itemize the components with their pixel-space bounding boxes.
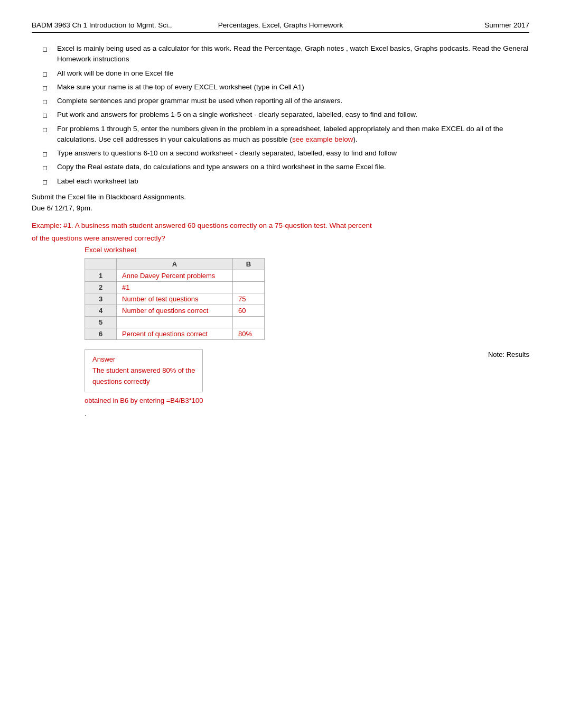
row-num-2: 2 [85, 282, 117, 293]
bullet-text-8: Copy the Real estate data, do calculatio… [57, 162, 386, 172]
spreadsheet-row-6: 6Percent of questions correct80% [85, 328, 265, 340]
cell-a-4: Number of questions correct [117, 305, 233, 317]
bullet-icon-9: ◻ [42, 177, 53, 187]
col-a-header: A [117, 259, 233, 270]
bullet-text-2: All work will be done in one Excel file [57, 68, 174, 79]
header-right: Summer 2017 [363, 21, 529, 29]
bullet-icon-1: ◻ [42, 44, 53, 54]
bullet-item-5: ◻Put work and answers for problems 1-5 o… [42, 109, 529, 120]
answer-line1: Answer [92, 354, 195, 365]
due-line: Due 6/ 12/17, 9pm. [32, 204, 529, 212]
excel-label: Excel worksheet [85, 246, 529, 254]
lower-section: Answer The student answered 80% of the q… [32, 345, 529, 392]
spreadsheet-row-5: 5 [85, 317, 265, 328]
cell-a-3: Number of test questions [117, 293, 233, 305]
cell-b-3: 75 [233, 293, 265, 305]
bullet-icon-8: ◻ [42, 163, 53, 172]
bullet-text-1: Excel is mainly being used as a calculat… [57, 43, 529, 65]
bullet-icon-5: ◻ [42, 110, 53, 120]
bullet-item-2: ◻All work will be done in one Excel file [42, 68, 529, 79]
bullet-text-6: For problems 1 through 5, enter the numb… [57, 124, 529, 145]
spreadsheet-row-4: 4Number of questions correct60 [85, 305, 265, 317]
bullet-item-6: ◻For problems 1 through 5, enter the num… [42, 124, 529, 145]
cell-b-2 [233, 282, 265, 293]
answer-line3: questions correctly [92, 376, 195, 388]
header-left: BADM 3963 Ch 1 Introduction to Mgmt. Sci… [32, 21, 198, 29]
example-text-line2: of the questions were answered correctly… [32, 233, 529, 244]
col-b-header: B [233, 259, 265, 270]
row-num-6: 6 [85, 328, 117, 340]
bullet-icon-6: ◻ [42, 125, 53, 134]
cell-a-6: Percent of questions correct [117, 328, 233, 340]
bullet-text-5: Put work and answers for problems 1-5 on… [57, 109, 417, 120]
dot-line: . [85, 410, 529, 418]
example-text-line1: Example: #1. A business math student ans… [32, 220, 529, 231]
spreadsheet-row-3: 3Number of test questions75 [85, 293, 265, 305]
row-num-3: 3 [85, 293, 117, 305]
spreadsheet-table: A B 1Anne Davey Percent problems2#13Numb… [85, 258, 265, 340]
bullet-icon-4: ◻ [42, 97, 53, 106]
formula-line: obtained in B6 by entering =B4/B3*100 [85, 397, 529, 404]
row-num-5: 5 [85, 317, 117, 328]
bullet-item-8: ◻Copy the Real estate data, do calculati… [42, 162, 529, 172]
bullet-item-9: ◻Label each worksheet tab [42, 176, 529, 187]
cell-b-6: 80% [233, 328, 265, 340]
spreadsheet-row-2: 2#1 [85, 282, 265, 293]
bullet-item-3: ◻Make sure your name is at the top of ev… [42, 82, 529, 93]
header-center: Percentages, Excel, Graphs Homework [198, 21, 363, 29]
cell-a-2: #1 [117, 282, 233, 293]
spreadsheet-row-1: 1Anne Davey Percent problems [85, 270, 265, 282]
note-results: Note: Results [488, 351, 529, 358]
bullet-icon-2: ◻ [42, 69, 53, 79]
bullet-text-7: Type answers to questions 6-10 on a seco… [57, 148, 397, 159]
row-num-1: 1 [85, 270, 117, 282]
spreadsheet-container: A B 1Anne Davey Percent problems2#13Numb… [85, 258, 529, 340]
col-empty-header [85, 259, 117, 270]
cell-a-5 [117, 317, 233, 328]
row-num-4: 4 [85, 305, 117, 317]
answer-box: Answer The student answered 80% of the q… [85, 349, 203, 392]
cell-b-1 [233, 270, 265, 282]
bullet-text-9: Label each worksheet tab [57, 176, 138, 187]
answer-line2: The student answered 80% of the [92, 365, 195, 376]
instructions-list: ◻Excel is mainly being used as a calcula… [42, 43, 529, 187]
bullet-icon-3: ◻ [42, 83, 53, 93]
cell-b-5 [233, 317, 265, 328]
bullet-item-4: ◻Complete sentences and proper grammar m… [42, 96, 529, 106]
bullet-icon-7: ◻ [42, 149, 53, 159]
bullet-item-1: ◻Excel is mainly being used as a calcula… [42, 43, 529, 65]
bullet-text-4: Complete sentences and proper grammar mu… [57, 96, 342, 106]
bullet-item-7: ◻Type answers to questions 6-10 on a sec… [42, 148, 529, 159]
see-example-link: see example below [292, 135, 353, 143]
bullet-text-3: Make sure your name is at the top of eve… [57, 82, 304, 93]
submit-line: Submit the Excel file in Blackboard Assi… [32, 193, 529, 201]
cell-a-1: Anne Davey Percent problems [117, 270, 233, 282]
cell-b-4: 60 [233, 305, 265, 317]
